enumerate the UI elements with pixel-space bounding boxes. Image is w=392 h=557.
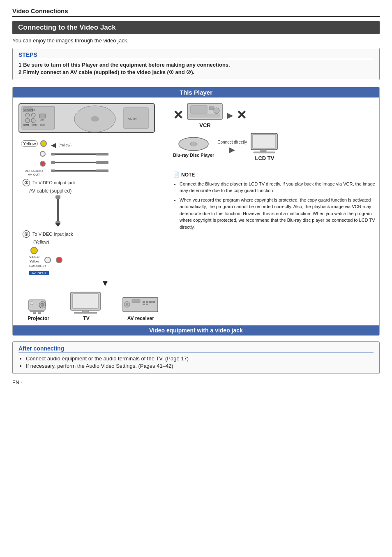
svg-rect-33	[30, 310, 44, 312]
diagram-content: ETHERNET USB HDMI1 HDMI2 COAX	[17, 102, 375, 321]
jack2-label: ② To VIDEO input jack	[23, 230, 169, 238]
av-input-badge: AV INPUT	[29, 269, 169, 275]
svg-marker-29	[55, 223, 60, 227]
svg-rect-19	[96, 153, 108, 155]
svg-rect-17	[51, 153, 55, 155]
bluray-label: Blu-ray Disc Player	[173, 152, 214, 158]
svg-point-36	[30, 302, 33, 305]
diagram-top-label: This Player	[13, 87, 379, 97]
av-receiver-svg	[122, 295, 159, 314]
note-box: 📄 NOTE Connect the Blu-ray disc player t…	[173, 168, 375, 230]
svg-text:AC IN: AC IN	[128, 117, 137, 121]
lcd-tv-svg	[250, 132, 279, 155]
subtitle: You can enjoy the images through the vid…	[12, 37, 380, 44]
svg-point-14	[91, 116, 99, 121]
diagram-left: ETHERNET USB HDMI1 HDMI2 COAX	[17, 102, 169, 321]
page-header: Video Connections	[12, 7, 380, 17]
steps-list: 1Be sure to turn off this Player and the…	[18, 62, 374, 75]
cable-svg-2	[51, 160, 108, 165]
after-item-2: If necessary, perform the Audio Video Se…	[26, 363, 374, 369]
lcd-tv-label: LCD TV	[255, 155, 274, 161]
svg-text:HDMI1: HDMI1	[23, 124, 29, 126]
svg-rect-48	[152, 301, 155, 303]
svg-text:USB: USB	[40, 119, 44, 121]
x-mark-2: ✕	[236, 108, 247, 122]
vcr-device: VCR	[187, 102, 224, 128]
yellow-label-3: (Yellow)	[33, 239, 169, 244]
svg-rect-62	[254, 152, 275, 153]
svg-rect-21	[55, 162, 96, 163]
svg-text:HDMI2: HDMI2	[32, 124, 37, 126]
svg-rect-22	[96, 161, 108, 164]
after-connecting-title: After connecting	[18, 345, 374, 353]
connect-directly-label: Connect directly	[217, 140, 247, 144]
projector-svg	[27, 295, 51, 314]
av-receiver-label: AV receiver	[127, 316, 154, 321]
after-connecting-box: After connecting Connect audio equipment…	[12, 341, 380, 374]
svg-point-54	[214, 108, 219, 114]
yellow-label-cable: (Yellow)	[58, 143, 71, 147]
tv-device: TV	[70, 291, 103, 321]
svg-rect-40	[74, 312, 97, 313]
player-svg: ETHERNET USB HDMI1 HDMI2 COAX	[17, 102, 157, 137]
svg-point-43	[126, 303, 128, 306]
svg-rect-35	[38, 312, 41, 314]
cable-connectors: ◀ (Yellow)	[51, 141, 108, 174]
main-section-title: Connecting to the Video Jack	[12, 21, 380, 34]
av-input-video-label: VIDEO	[29, 255, 39, 259]
svg-rect-47	[149, 301, 152, 303]
svg-rect-61	[261, 150, 266, 152]
arrow-down: ▼	[42, 278, 169, 288]
vertical-cable	[50, 195, 169, 230]
lcd-tv-device: LCD TV	[250, 132, 279, 161]
svg-rect-44	[132, 299, 140, 303]
note-title: 📄 NOTE	[173, 171, 375, 179]
steps-box: STEPS 1Be sure to turn off this Player a…	[12, 48, 380, 80]
arrow-right: ▶	[227, 110, 233, 120]
av-input-yellow-label: Yellow	[30, 260, 39, 263]
svg-point-58	[193, 143, 194, 145]
svg-point-5	[25, 118, 30, 123]
vcr-svg	[187, 102, 224, 122]
diagram-right: ✕ VCR ▶ ✕	[173, 102, 375, 233]
tv-svg	[70, 291, 103, 314]
svg-rect-53	[209, 107, 214, 110]
svg-rect-23	[51, 169, 55, 172]
cable-svg-1	[51, 151, 108, 157]
svg-rect-26	[55, 195, 60, 199]
av-input-section: VIDEO Yellow L-AUDIO-R AV INPUT	[29, 247, 169, 275]
player-device-illustration: ETHERNET USB HDMI1 HDMI2 COAX	[17, 102, 169, 138]
svg-point-7	[31, 118, 35, 123]
svg-rect-25	[96, 169, 108, 172]
svg-rect-52	[191, 106, 207, 113]
port-l-circle	[40, 151, 46, 157]
yellow-label-left: Yellow	[21, 140, 38, 147]
svg-point-6	[31, 113, 35, 117]
av-cable-label: AV cable (supplied)	[29, 188, 169, 194]
svg-rect-49	[143, 304, 145, 305]
av-input-r-port	[56, 257, 62, 263]
svg-rect-50	[146, 304, 148, 305]
av-out-label: 2CH AUDIO AV OUT	[25, 169, 43, 176]
note-list: Connect the Blu-ray disc player to LCD T…	[173, 181, 375, 231]
av-receiver-device: AV receiver	[122, 295, 159, 321]
vcr-row: ✕ VCR ▶ ✕	[173, 102, 375, 128]
svg-point-32	[41, 303, 44, 306]
svg-rect-60	[253, 135, 276, 148]
svg-text:COAX: COAX	[40, 124, 45, 126]
tv-label: TV	[83, 316, 89, 321]
diagram-bottom-label: Video equipment with a video jack	[13, 325, 379, 335]
page-number: EN -	[12, 380, 380, 385]
step-1: 1Be sure to turn off this Player and the…	[18, 62, 374, 68]
projector-label: Projector	[28, 316, 49, 321]
bluray-device: Blu-ray Disc Player	[173, 136, 214, 158]
svg-rect-24	[55, 170, 96, 172]
av-out-section: Yellow 2CH AUDIO AV OUT	[21, 140, 169, 176]
svg-rect-39	[82, 310, 89, 312]
svg-rect-18	[55, 153, 96, 155]
cable-svg-3	[51, 168, 108, 174]
connect-directly-area: Connect directly ▶	[217, 140, 247, 154]
svg-point-4	[25, 113, 30, 117]
svg-rect-27	[57, 199, 59, 221]
bluray-svg	[177, 136, 210, 152]
